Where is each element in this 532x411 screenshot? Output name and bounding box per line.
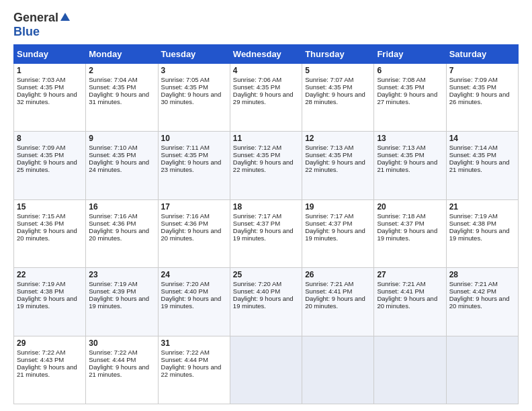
sunset-label: Sunset: 4:35 PM [161, 83, 208, 91]
sunset-label: Sunset: 4:41 PM [305, 287, 352, 295]
sunrise-label: Sunrise: 7:06 AM [233, 76, 281, 83]
sunrise-label: Sunrise: 7:14 AM [449, 144, 498, 151]
day-number: 3 [161, 66, 227, 75]
day-number: 6 [377, 66, 443, 75]
sunset-label: Sunset: 4:35 PM [89, 83, 136, 91]
calendar-cell: 17Sunrise: 7:16 AMSunset: 4:36 PMDayligh… [158, 199, 230, 267]
day-number: 21 [449, 202, 515, 212]
sunset-label: Sunset: 4:35 PM [17, 151, 64, 158]
day-number: 5 [305, 66, 371, 75]
calendar-cell: 25Sunrise: 7:20 AMSunset: 4:40 PMDayligh… [230, 268, 302, 336]
daylight-label: Daylight: 9 hours and 32 minutes. [17, 91, 77, 105]
daylight-label: Daylight: 9 hours and 21 minutes. [449, 158, 510, 173]
daylight-label: Daylight: 9 hours and 19 minutes. [377, 227, 437, 242]
day-number: 8 [17, 134, 83, 143]
sunrise-label: Sunrise: 7:10 AM [89, 144, 137, 151]
calendar-cell: 12Sunrise: 7:13 AMSunset: 4:35 PMDayligh… [302, 132, 374, 199]
sunset-label: Sunset: 4:43 PM [17, 356, 64, 363]
daylight-label: Daylight: 9 hours and 19 minutes. [305, 227, 365, 242]
day-header-saturday: Saturday [446, 45, 518, 64]
sunset-label: Sunset: 4:35 PM [17, 83, 64, 91]
sunrise-label: Sunrise: 7:09 AM [449, 76, 498, 83]
day-header-monday: Monday [86, 45, 158, 64]
day-number: 4 [233, 66, 299, 75]
daylight-label: Daylight: 9 hours and 20 minutes. [161, 227, 222, 242]
sunset-label: Sunset: 4:35 PM [305, 83, 352, 91]
day-number: 30 [89, 338, 154, 348]
daylight-label: Daylight: 9 hours and 19 minutes. [161, 295, 222, 310]
sunset-label: Sunset: 4:37 PM [305, 220, 352, 227]
daylight-label: Daylight: 9 hours and 20 minutes. [449, 295, 510, 310]
day-number: 7 [449, 66, 515, 75]
day-number: 23 [89, 270, 154, 279]
calendar-cell: 26Sunrise: 7:21 AMSunset: 4:41 PMDayligh… [302, 268, 374, 336]
sunrise-label: Sunrise: 7:03 AM [17, 76, 65, 83]
sunrise-label: Sunrise: 7:19 AM [17, 280, 65, 287]
calendar-cell: 8Sunrise: 7:09 AMSunset: 4:35 PMDaylight… [14, 132, 86, 199]
sunrise-label: Sunrise: 7:13 AM [305, 144, 353, 151]
sunset-label: Sunset: 4:38 PM [449, 220, 496, 227]
sunrise-label: Sunrise: 7:17 AM [305, 212, 353, 220]
day-number: 14 [449, 134, 515, 143]
day-header-friday: Friday [374, 45, 446, 64]
week-row-2: 8Sunrise: 7:09 AMSunset: 4:35 PMDaylight… [14, 132, 519, 199]
calendar-cell: 13Sunrise: 7:13 AMSunset: 4:35 PMDayligh… [374, 132, 446, 199]
calendar-cell: 20Sunrise: 7:18 AMSunset: 4:37 PMDayligh… [374, 199, 446, 267]
daylight-label: Daylight: 9 hours and 22 minutes. [305, 158, 365, 173]
day-number: 25 [233, 270, 299, 279]
calendar-cell: 16Sunrise: 7:16 AMSunset: 4:36 PMDayligh… [86, 199, 158, 267]
sunrise-label: Sunrise: 7:07 AM [305, 76, 353, 83]
day-number: 18 [233, 202, 299, 212]
day-number: 26 [305, 270, 371, 279]
svg-marker-0 [60, 13, 70, 21]
sunset-label: Sunset: 4:36 PM [17, 220, 64, 227]
sunrise-label: Sunrise: 7:22 AM [89, 349, 137, 356]
calendar-cell [230, 336, 302, 404]
day-number: 31 [161, 338, 227, 348]
daylight-label: Daylight: 9 hours and 19 minutes. [449, 227, 510, 242]
day-header-thursday: Thursday [302, 45, 374, 64]
sunrise-label: Sunrise: 7:09 AM [17, 144, 65, 151]
sunrise-label: Sunrise: 7:20 AM [161, 280, 210, 287]
calendar-cell: 27Sunrise: 7:21 AMSunset: 4:41 PMDayligh… [374, 268, 446, 336]
day-header-tuesday: Tuesday [158, 45, 230, 64]
daylight-label: Daylight: 9 hours and 25 minutes. [17, 158, 77, 173]
week-row-1: 1Sunrise: 7:03 AMSunset: 4:35 PMDaylight… [14, 64, 519, 132]
logo-general: General [13, 11, 58, 25]
daylight-label: Daylight: 9 hours and 20 minutes. [17, 227, 77, 242]
calendar-cell: 19Sunrise: 7:17 AMSunset: 4:37 PMDayligh… [302, 199, 374, 267]
daylight-label: Daylight: 9 hours and 21 minutes. [17, 363, 77, 378]
daylight-label: Daylight: 9 hours and 21 minutes. [89, 363, 149, 378]
day-number: 27 [377, 270, 443, 279]
sunset-label: Sunset: 4:44 PM [89, 356, 136, 363]
sunset-label: Sunset: 4:37 PM [233, 220, 280, 227]
sunrise-label: Sunrise: 7:13 AM [377, 144, 425, 151]
daylight-label: Daylight: 9 hours and 24 minutes. [89, 158, 149, 173]
sunset-label: Sunset: 4:40 PM [161, 287, 208, 295]
sunset-label: Sunset: 4:37 PM [377, 220, 424, 227]
daylight-label: Daylight: 9 hours and 19 minutes. [17, 295, 77, 310]
sunrise-label: Sunrise: 7:12 AM [233, 144, 281, 151]
calendar-cell: 7Sunrise: 7:09 AMSunset: 4:35 PMDaylight… [446, 64, 518, 132]
sunset-label: Sunset: 4:35 PM [449, 151, 496, 158]
sunset-label: Sunset: 4:36 PM [89, 220, 136, 227]
day-number: 1 [17, 66, 83, 75]
sunset-label: Sunset: 4:38 PM [17, 287, 64, 295]
calendar-cell: 1Sunrise: 7:03 AMSunset: 4:35 PMDaylight… [14, 64, 86, 132]
sunrise-label: Sunrise: 7:18 AM [377, 212, 425, 220]
daylight-label: Daylight: 9 hours and 20 minutes. [377, 295, 437, 310]
sunset-label: Sunset: 4:35 PM [377, 83, 424, 91]
day-header-sunday: Sunday [14, 45, 86, 64]
daylight-label: Daylight: 9 hours and 21 minutes. [377, 158, 437, 173]
day-number: 12 [305, 134, 371, 143]
calendar-cell: 18Sunrise: 7:17 AMSunset: 4:37 PMDayligh… [230, 199, 302, 267]
header: General Blue [13, 11, 519, 39]
sunset-label: Sunset: 4:35 PM [161, 151, 208, 158]
calendar-cell: 21Sunrise: 7:19 AMSunset: 4:38 PMDayligh… [446, 199, 518, 267]
calendar-cell: 14Sunrise: 7:14 AMSunset: 4:35 PMDayligh… [446, 132, 518, 199]
week-row-5: 29Sunrise: 7:22 AMSunset: 4:43 PMDayligh… [14, 336, 519, 404]
calendar-cell [302, 336, 374, 404]
calendar-cell: 6Sunrise: 7:08 AMSunset: 4:35 PMDaylight… [374, 64, 446, 132]
sunset-label: Sunset: 4:44 PM [161, 356, 208, 363]
sunset-label: Sunset: 4:35 PM [233, 151, 280, 158]
